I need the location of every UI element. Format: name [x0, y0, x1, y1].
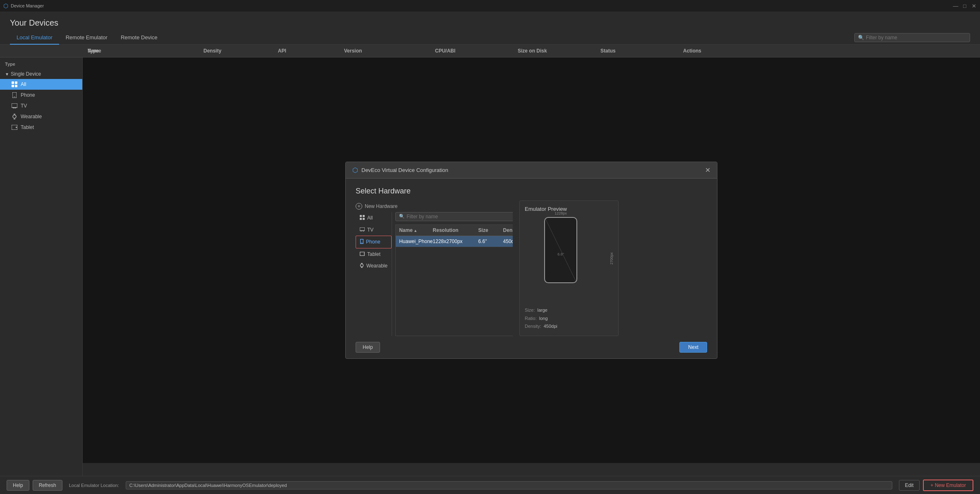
- main-filter-wrapper: 🔍: [854, 33, 970, 42]
- watch-icon: [12, 114, 17, 119]
- sidebar-item-tablet[interactable]: Tablet: [0, 122, 82, 133]
- preview-phone-frame: 6.6": [544, 217, 577, 283]
- search-icon: 🔍: [858, 35, 864, 41]
- app-icon: ⬡: [3, 2, 8, 9]
- new-hardware-label: New Hardware: [365, 203, 397, 209]
- sidebar-item-wearable-label: Wearable: [21, 114, 42, 119]
- col-header-status: Status: [600, 48, 683, 54]
- modal-watch-icon: [360, 263, 364, 269]
- svg-rect-3: [15, 85, 17, 87]
- help-bottom-button[interactable]: Help: [7, 480, 29, 491]
- col-header-api: API: [278, 48, 344, 54]
- modal-sidebar-item-phone[interactable]: Phone: [356, 236, 392, 248]
- modal-sidebar: All: [356, 212, 392, 336]
- sidebar-group-label-text: Single Device: [11, 71, 41, 77]
- modal-sidebar-all-label: All: [367, 215, 373, 221]
- preview-dim-top: 1228px: [544, 211, 577, 215]
- app-title: Device Manager: [11, 3, 44, 8]
- modal-tablet-icon: [360, 251, 365, 257]
- sidebar-item-wearable[interactable]: Wearable: [0, 111, 82, 122]
- svg-rect-16: [363, 215, 365, 217]
- modal-sidebar-wearable-label: Wearable: [366, 263, 387, 269]
- col-header-type: Type: [5, 48, 88, 54]
- preview-size-row: Size: large: [525, 306, 613, 315]
- main-filter-input[interactable]: [866, 35, 966, 41]
- new-hardware-button[interactable]: + New Hardware: [356, 200, 513, 212]
- content-area: ⬡ DevEco Virtual Device Configuration ✕ …: [83, 57, 980, 481]
- help-button[interactable]: Help: [356, 342, 380, 353]
- col-density-header[interactable]: Density: [503, 227, 513, 233]
- modal-tv-icon: [360, 227, 365, 233]
- modal-titlebar-left: ⬡ DevEco Virtual Device Configuration: [352, 166, 448, 174]
- modal-grid-icon: [360, 215, 365, 221]
- modal-title: Select Hardware: [346, 179, 717, 200]
- sidebar-item-tv[interactable]: TV: [0, 100, 82, 111]
- modal-dialog: ⬡ DevEco Virtual Device Configuration ✕ …: [345, 162, 717, 359]
- modal-filter-wrapper: 🔍: [395, 212, 513, 221]
- modal-table-panel: 🔍 Name Resolution Size Density: [395, 212, 513, 336]
- col-resolution-header[interactable]: Resolution: [433, 227, 478, 233]
- modal-table-header: Name Resolution Size Density Actions: [396, 225, 513, 236]
- modal-titlebar-label: DevEco Virtual Device Configuration: [361, 167, 448, 173]
- col-header-density: Density: [203, 48, 278, 54]
- svg-line-29: [545, 218, 576, 282]
- plus-circle-icon: +: [356, 203, 362, 210]
- row-name: Huawei_Phone: [399, 239, 433, 244]
- preview-dim-right: 2700px: [610, 229, 614, 287]
- preview-density-value: 450dpi: [544, 322, 557, 331]
- svg-rect-5: [14, 97, 15, 97]
- tab-remote-emulator[interactable]: Remote Emulator: [59, 31, 114, 45]
- sidebar-item-phone[interactable]: Phone: [0, 90, 82, 100]
- next-button[interactable]: Next: [679, 342, 707, 353]
- new-emulator-button[interactable]: + New Emulator: [923, 480, 973, 491]
- modal-sidebar-tablet-label: Tablet: [367, 251, 380, 257]
- col-header-name: Name: [88, 48, 203, 54]
- main-layout: Type ▼ Single Device All: [0, 57, 980, 481]
- col-name-header[interactable]: Name: [399, 227, 433, 233]
- tab-remote-device[interactable]: Remote Device: [114, 31, 164, 45]
- col-header-cpu: CPU/ABI: [435, 48, 518, 54]
- tablet-icon: [12, 124, 17, 130]
- preview-ratio-label: Ratio:: [525, 315, 537, 323]
- preview-ratio-value: long: [539, 315, 548, 323]
- row-density: 450dpi: [503, 239, 513, 244]
- col-header-version: Version: [344, 48, 435, 54]
- close-button[interactable]: ✕: [971, 3, 977, 9]
- maximize-button[interactable]: □: [962, 3, 968, 9]
- refresh-button[interactable]: Refresh: [33, 480, 62, 491]
- table-row[interactable]: Huawei_Phone 1228x2700px 6.6" 450dpi ⧉: [396, 236, 513, 247]
- svg-point-10: [13, 115, 16, 118]
- modal-sidebar-tv-label: TV: [367, 227, 373, 233]
- modal-sidebar-item-tablet[interactable]: Tablet: [356, 248, 392, 260]
- svg-rect-18: [363, 218, 365, 220]
- sidebar-group-single-device[interactable]: ▼ Single Device: [0, 69, 82, 79]
- edit-button[interactable]: Edit: [899, 480, 920, 491]
- minimize-button[interactable]: —: [953, 3, 958, 9]
- svg-rect-23: [361, 243, 363, 243]
- bottom-bar: Help Refresh Local Emulator Location: C:…: [0, 476, 980, 494]
- svg-rect-19: [360, 227, 365, 231]
- sidebar: Type ▼ Single Device All: [0, 57, 83, 481]
- sidebar-item-tablet-label: Tablet: [21, 124, 34, 130]
- modal-sidebar-item-tv[interactable]: TV: [356, 224, 392, 236]
- sidebar-type-label: Type: [0, 59, 82, 69]
- location-label: Local Emulator Location:: [69, 483, 119, 488]
- svg-point-25: [363, 253, 364, 254]
- modal-sidebar-item-all[interactable]: All: [356, 212, 392, 224]
- modal-sidebar-item-wearable[interactable]: Wearable: [356, 260, 392, 272]
- col-header-actions: Actions: [683, 48, 975, 54]
- row-resolution: 1228x2700px: [433, 239, 478, 244]
- svg-line-21: [363, 231, 363, 231]
- preview-density-row: Density: 450dpi: [525, 322, 613, 331]
- svg-rect-0: [12, 81, 14, 84]
- col-size-header[interactable]: Size: [478, 227, 503, 233]
- title-bar-controls: — □ ✕: [953, 3, 977, 9]
- modal-filter-input[interactable]: [406, 214, 513, 220]
- phone-icon: [12, 92, 17, 98]
- modal-sidebar-phone-label: Phone: [366, 239, 380, 245]
- modal-close-button[interactable]: ✕: [705, 166, 710, 174]
- sidebar-item-all[interactable]: All: [0, 79, 82, 90]
- preview-size-value: large: [537, 306, 547, 315]
- col-header-size-on-disk: Size on Disk: [518, 48, 600, 54]
- tab-local-emulator[interactable]: Local Emulator: [10, 31, 59, 45]
